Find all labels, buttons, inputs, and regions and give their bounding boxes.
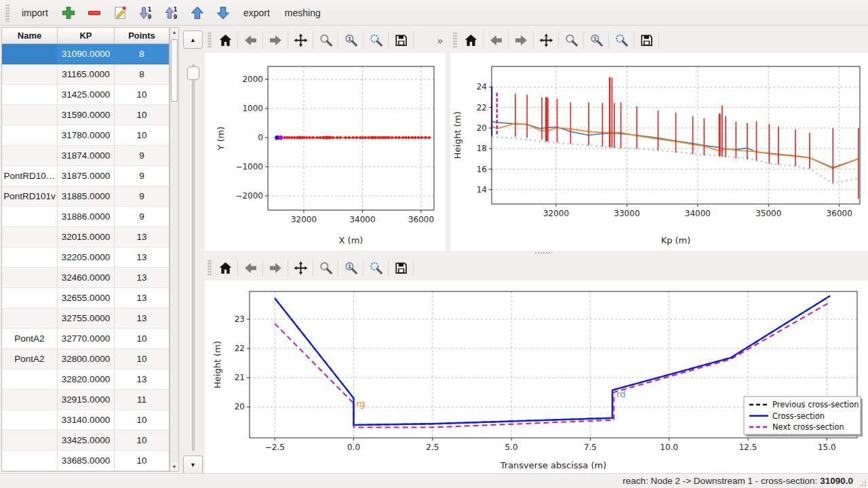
cell-kp[interactable]: 32655.0000 <box>58 288 115 308</box>
cell-kp[interactable]: 31886.0000 <box>58 207 115 227</box>
cell-name[interactable] <box>2 451 58 471</box>
zoom-rect-button[interactable] <box>610 30 632 50</box>
cell-name[interactable] <box>2 44 58 64</box>
scrollbar-thumb[interactable] <box>171 39 178 102</box>
cell-points[interactable]: 10 <box>115 410 169 430</box>
cell-name[interactable] <box>2 268 58 288</box>
forward-button[interactable] <box>264 30 286 50</box>
forward-button[interactable] <box>264 258 286 278</box>
cell-kp[interactable]: 33685.0000 <box>58 451 115 471</box>
cell-points[interactable]: 13 <box>115 247 169 268</box>
slider-handle[interactable] <box>187 66 199 80</box>
cell-kp[interactable]: 32755.0000 <box>58 308 115 329</box>
cell-kp[interactable]: 33425.0000 <box>58 430 115 451</box>
cell-points[interactable]: 9 <box>115 146 169 166</box>
cell-name[interactable] <box>2 410 58 430</box>
cell-name[interactable] <box>2 146 58 166</box>
cell-points[interactable]: 13 <box>115 369 169 390</box>
cell-name[interactable] <box>2 430 58 451</box>
table-row[interactable]: 31874.00009 <box>2 146 169 166</box>
cell-points[interactable]: 10 <box>115 125 169 146</box>
scrollbar-track[interactable] <box>170 37 178 462</box>
cell-points[interactable]: 10 <box>115 85 169 105</box>
plan-view-chart[interactable]: 320003400036000−2000−1000010002000X (m)Y… <box>205 53 446 249</box>
pan-button[interactable] <box>290 258 311 278</box>
slider-up-button[interactable]: ▲ <box>183 30 203 49</box>
home-button[interactable] <box>460 30 481 50</box>
cell-kp[interactable]: 31165.0000 <box>58 64 115 85</box>
cell-name[interactable] <box>2 227 58 247</box>
zoom-button[interactable] <box>560 30 582 50</box>
scroll-up-icon[interactable]: ▲ <box>170 28 178 37</box>
longitudinal-profile-chart[interactable]: 3200033000340003500036000141618202224Kp … <box>450 53 868 249</box>
cell-name[interactable] <box>2 308 58 329</box>
table-row[interactable]: 32015.000013 <box>2 227 169 247</box>
cell-points[interactable]: 10 <box>115 451 169 471</box>
scroll-down-icon[interactable]: ▼ <box>170 462 178 471</box>
cell-name[interactable] <box>2 390 58 410</box>
cell-name[interactable] <box>2 207 58 227</box>
move-down-button[interactable] <box>212 3 234 23</box>
back-button[interactable] <box>239 30 261 50</box>
slider-track[interactable] <box>192 64 195 451</box>
column-header-points[interactable]: Points <box>115 28 169 43</box>
cell-points[interactable]: 9 <box>115 186 169 207</box>
table-row[interactable]: PontRD101v31885.00009 <box>2 186 169 207</box>
cell-points[interactable]: 10 <box>115 349 169 369</box>
cell-name[interactable] <box>2 369 58 390</box>
import-button[interactable]: import <box>16 3 54 23</box>
cell-name[interactable]: PontA2 <box>2 349 58 369</box>
cell-kp[interactable]: 31090.0000 <box>58 44 115 64</box>
table-row[interactable]: 31165.00008 <box>2 64 169 85</box>
pan-button[interactable] <box>290 30 311 50</box>
home-button[interactable] <box>214 258 236 278</box>
meshing-button[interactable]: meshing <box>279 3 326 23</box>
cell-kp[interactable]: 32015.0000 <box>58 227 115 247</box>
zoom-rect-button[interactable] <box>365 30 387 50</box>
cell-points[interactable]: 8 <box>115 64 169 85</box>
toolbar-drag-handle[interactable] <box>208 260 212 276</box>
cell-points[interactable]: 10 <box>115 329 169 349</box>
toolbar-drag-handle[interactable] <box>5 4 9 22</box>
table-row[interactable]: 32755.000013 <box>2 308 169 329</box>
column-header-kp[interactable]: KP <box>58 28 115 43</box>
table-row[interactable]: PontA232770.000010 <box>2 329 169 349</box>
save-button[interactable] <box>390 30 412 50</box>
home-button[interactable] <box>214 30 236 50</box>
table-row[interactable]: 33425.000010 <box>2 430 169 451</box>
cross-section-chart[interactable]: −2.50.02.55.07.510.012.515.020212223Tran… <box>205 281 868 474</box>
cell-kp[interactable]: 31874.0000 <box>58 146 115 166</box>
cell-name[interactable] <box>2 125 58 146</box>
table-row[interactable]: 32205.000013 <box>2 247 169 268</box>
back-button[interactable] <box>239 258 261 278</box>
zoom-one-button[interactable]: 1 <box>340 30 361 50</box>
table-row[interactable]: PontA232800.000010 <box>2 349 169 369</box>
cell-points[interactable]: 8 <box>115 44 169 64</box>
edit-cross-section-button[interactable] <box>109 3 131 23</box>
cell-points[interactable]: 13 <box>115 227 169 247</box>
cell-kp[interactable]: 33140.0000 <box>58 410 115 430</box>
cell-points[interactable]: 13 <box>115 288 169 308</box>
cell-kp[interactable]: 31875.0000 <box>58 166 115 186</box>
cell-name[interactable]: PontA2 <box>2 329 58 349</box>
table-row[interactable]: PontRD10…31875.00009 <box>2 166 169 186</box>
zoom-rect-button[interactable] <box>365 258 387 278</box>
table-row[interactable]: 32820.000013 <box>2 369 169 390</box>
table-scrollbar[interactable]: ▲ ▼ <box>170 27 179 472</box>
sort-ascending-button[interactable]: 19 <box>161 3 182 23</box>
move-up-button[interactable] <box>186 3 208 23</box>
export-button[interactable]: export <box>238 3 275 23</box>
table-row[interactable]: 31886.00009 <box>2 207 169 227</box>
cell-points[interactable]: 9 <box>115 207 169 227</box>
zoom-button[interactable] <box>315 30 336 50</box>
remove-cross-section-button[interactable] <box>83 3 105 23</box>
save-button[interactable] <box>635 30 657 50</box>
table-row[interactable]: 31590.000010 <box>2 105 169 125</box>
save-button[interactable] <box>390 258 412 278</box>
zoom-one-button[interactable]: 1 <box>585 30 607 50</box>
slider-down-button[interactable]: ▼ <box>183 455 203 474</box>
pan-button[interactable] <box>535 30 557 50</box>
cell-points[interactable]: 11 <box>115 390 169 410</box>
toolbar-drag-handle[interactable] <box>453 32 457 48</box>
zoom-button[interactable] <box>315 258 336 278</box>
